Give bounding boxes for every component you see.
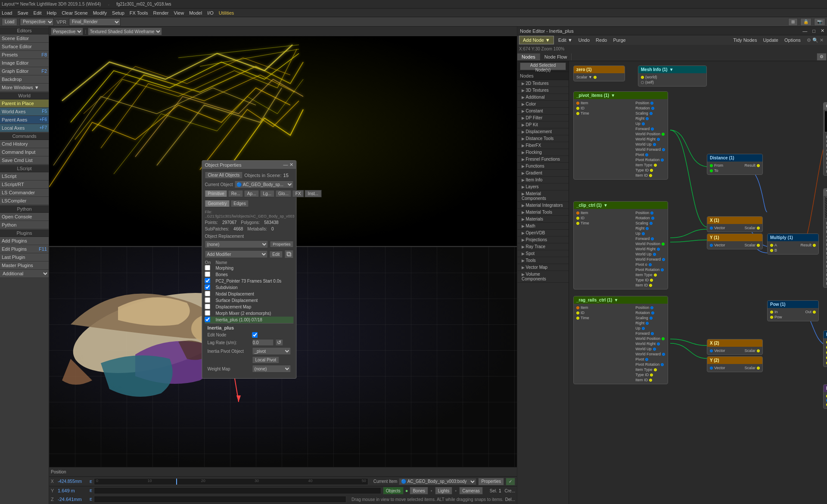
mesh-info-node[interactable]: Mesh Info (1) ▼ (world) (self) — [638, 65, 707, 87]
menu-edit[interactable]: Edit — [34, 10, 42, 16]
bones-tab[interactable]: Bones — [410, 487, 428, 495]
more-windows-btn[interactable]: More Windows ▼ — [0, 84, 49, 92]
properties-btn[interactable]: Properties — [270, 241, 293, 248]
ne-options-btn[interactable]: Options — [783, 37, 802, 43]
edit-node-checkbox[interactable] — [252, 332, 258, 338]
menu-modify[interactable]: Modify — [93, 10, 107, 16]
y-slider[interactable] — [94, 487, 381, 494]
ne-maximize-btn[interactable]: □ — [812, 28, 815, 34]
modifier-subdivision[interactable]: Subdivision — [205, 284, 293, 291]
category-constant[interactable]: Constant — [517, 108, 569, 115]
modifier-morphing[interactable]: Morphing — [205, 265, 293, 271]
ap-tab[interactable]: Ap... — [244, 190, 259, 197]
image-editor-btn[interactable]: Image Editor — [0, 59, 49, 67]
cam-btn[interactable]: 📷 — [814, 18, 825, 26]
ne-purge-btn[interactable]: Purge — [611, 37, 627, 43]
dialog-close[interactable]: ✕ — [289, 162, 293, 168]
add-node-btn[interactable]: Add Node ▼ — [519, 36, 554, 44]
menu-model[interactable]: Model — [189, 10, 202, 16]
parent-axes-label[interactable]: Parent Axes — [2, 117, 27, 122]
dialog-minimize[interactable]: — — [283, 162, 288, 168]
lscompiler-btn[interactable]: LSCompiler — [0, 197, 49, 205]
current-obj-select[interactable]: 🔵 AC_GEO_Body_sp... — [234, 180, 293, 188]
category-spot[interactable]: Spot — [517, 250, 569, 257]
menu-fxtools[interactable]: FX Tools — [130, 10, 148, 16]
x-e-btn[interactable]: E — [90, 479, 92, 484]
ne-close-btn[interactable]: ✕ — [821, 28, 824, 34]
category-color[interactable]: Color — [517, 101, 569, 108]
last-plugin-btn[interactable]: Last Plugin — [0, 253, 49, 261]
geometry-tab[interactable]: Geometry — [205, 200, 230, 207]
z-e-btn[interactable]: E — [90, 497, 92, 501]
multiply-node[interactable]: Multiply (1) A B — [767, 233, 819, 255]
edges-tab[interactable]: Edges — [230, 200, 249, 207]
morphing-checkbox[interactable] — [205, 265, 210, 271]
vp-shading-select-top[interactable]: Textured Shaded Solid Wireframe — [88, 28, 162, 35]
python-btn[interactable]: Python — [0, 221, 49, 229]
create-main-btn[interactable]: ✓ — [506, 478, 515, 485]
gradient-node[interactable]: Gradient (1) ▼ Bg Color Color — [823, 102, 827, 176]
category-openvdb[interactable]: OpenVDB — [517, 230, 569, 236]
copy-modifier-btn[interactable]: ⧉ — [284, 250, 293, 258]
inertia-checkbox[interactable] — [205, 317, 210, 322]
category-dp-filter[interactable]: DP Filter — [517, 115, 569, 121]
modifier-pc2[interactable]: PC2_Pointer 73 Frames Start 0.0s — [205, 278, 293, 284]
properties-main-btn[interactable]: Properties — [478, 478, 504, 485]
save-cmd-btn[interactable]: Save Cmd List — [0, 156, 49, 165]
node-canvas[interactable]: zero (1) Scalar ▼ Mesh Info (1) ▼ — [569, 61, 827, 504]
viewport-container[interactable]: Perspective | Textured Shaded Solid Wire… — [49, 27, 517, 467]
toolbar-btn1[interactable]: Load — [2, 18, 17, 26]
category-3d-textures[interactable]: 3D Textures — [517, 87, 569, 94]
nodes-tab[interactable]: Nodes — [517, 53, 540, 60]
category-material-components[interactable]: Material Components — [517, 190, 569, 202]
surface-editor-btn[interactable]: Surface Editor — [0, 43, 49, 51]
category-gradient[interactable]: Gradient — [517, 170, 569, 177]
category-ray-trace[interactable]: Ray Trace — [517, 243, 569, 250]
modifier-surface-disp[interactable]: Surface Displacement — [205, 297, 293, 304]
z-slider[interactable] — [94, 496, 346, 503]
fx-tab[interactable]: FX — [292, 190, 304, 197]
category-displacement[interactable]: Displacement — [517, 128, 569, 135]
clip-ctrl-node[interactable]: _clip_ctrl (1) ▼ Item ID — [573, 201, 668, 289]
modifier-bones[interactable]: Bones — [205, 271, 293, 278]
node-flow-tab[interactable]: Node Flow — [540, 53, 572, 60]
edit-modifier-btn[interactable]: Edit — [269, 251, 283, 258]
distance-node[interactable]: Distance (1) From To — [707, 154, 763, 175]
edit-plugins-btn[interactable]: Edit Plugins F11 — [0, 245, 49, 253]
cmd-input-btn[interactable]: Command Input — [0, 148, 49, 156]
menu-help[interactable]: Help — [47, 10, 57, 16]
add-modifier-select[interactable]: Add Modifier — [205, 250, 267, 258]
category-item-info[interactable]: Item Info — [517, 177, 569, 184]
y2-node[interactable]: Y (2) Vector Scalar — [707, 356, 763, 372]
lscript-rt-btn[interactable]: LScript/RT — [0, 180, 49, 189]
ne-tidy-nodes-btn[interactable]: Tidy Nodes — [731, 37, 759, 43]
category-fresnel[interactable]: Fresnel Functions — [517, 156, 569, 163]
ne-edit-menu[interactable]: Edit ▼ — [557, 37, 574, 43]
local-pivot-btn[interactable]: Local Pivot — [252, 356, 279, 364]
remap-node[interactable]: Remap (1) Input Min Max New Min New Max … — [823, 330, 827, 367]
category-math[interactable]: Math — [517, 223, 569, 230]
subdivision-checkbox[interactable] — [205, 284, 210, 290]
menu-utilities[interactable]: Utilities — [219, 10, 234, 16]
category-2d-textures[interactable]: 2D Textures — [517, 80, 569, 87]
category-distance-tools[interactable]: Distance Tools — [517, 135, 569, 142]
zero-node[interactable]: zero (1) Scalar ▼ — [573, 65, 625, 81]
ls-commander-btn[interactable]: LS Commander — [0, 189, 49, 197]
primitive-tab[interactable]: Primitive — [205, 190, 227, 197]
surface-disp-checkbox[interactable] — [205, 297, 210, 303]
clip-ctrl-expand[interactable]: ▼ — [603, 203, 608, 208]
lg-tab[interactable]: Lg... — [260, 190, 274, 197]
backdrop-btn[interactable]: Backdrop — [0, 75, 49, 84]
menu-clear-scene[interactable]: Clear Scene — [62, 10, 88, 16]
add-selected-node-btn[interactable]: Add Selected Node(s) — [520, 62, 566, 70]
category-material-integrators[interactable]: Material Integrators — [517, 202, 569, 209]
nodal-checkbox[interactable] — [205, 291, 210, 296]
menu-setup[interactable]: Setup — [112, 10, 124, 16]
modifier-inertia[interactable]: Inertia_plus (1.00) 07/18 — [205, 317, 293, 323]
current-item-select[interactable]: 🔵 AC_GEO_Body_sp_v003:body — [399, 478, 476, 485]
settings-btn[interactable]: ⚙ — [817, 53, 827, 61]
ne-update-btn[interactable]: Update — [761, 37, 780, 43]
category-dp-kit[interactable]: DP Kit — [517, 121, 569, 128]
vp-mode-select-top[interactable]: Perspective — [51, 28, 83, 35]
inst-tab[interactable]: Inst... — [305, 190, 321, 197]
